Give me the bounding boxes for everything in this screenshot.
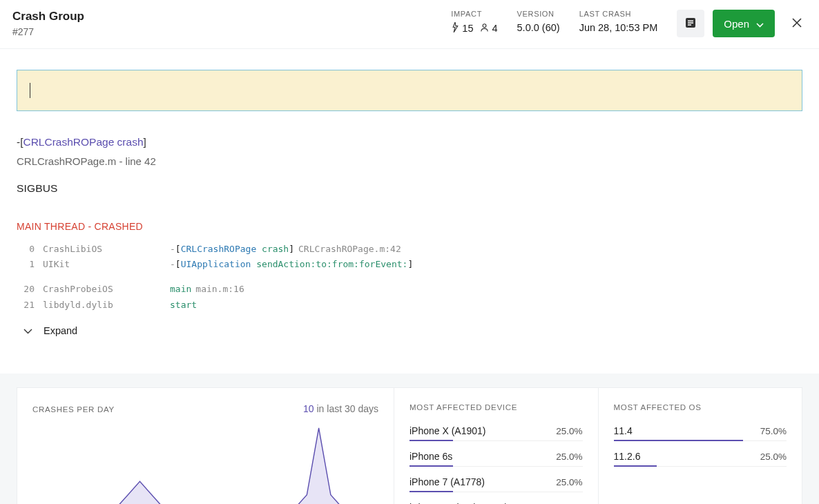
frame-index: 20 [17, 282, 35, 297]
close-button[interactable] [789, 15, 805, 32]
page-title: Crash Group [12, 10, 451, 23]
header-meta: IMPACT 15 4 VERSION 5.0.0 (60) [451, 10, 657, 35]
frame-symbol: -[CRLCrashROPage crash]CRLCrashROPage.m:… [170, 242, 802, 257]
bar-fill [614, 465, 657, 467]
most-affected-device-panel: MOST AFFECTED DEVICE iPhone X (A1901)25.… [394, 388, 598, 504]
chart-title: CRASHES PER DAY [32, 405, 115, 414]
stack-frame[interactable]: 0CrashLibiOS-[CRLCrashROPage crash]CRLCr… [17, 242, 802, 257]
bar-name: 11.2.6 [614, 451, 641, 462]
bar-row: 11.2.625.0% [614, 451, 787, 467]
crashes-sparkline [32, 418, 378, 504]
chevron-down-icon [23, 325, 32, 336]
crash-group-id: #277 [12, 26, 451, 37]
bar-fill [614, 440, 744, 441]
thread-title: MAIN THREAD - CRASHED [17, 221, 802, 232]
stats-section: CRASHES PER DAY 10 in last 30 days MOST … [0, 374, 819, 504]
stack-frame[interactable]: 1UIKit-[UIApplication sendAction:to:from… [17, 257, 802, 272]
meta-version: VERSION 5.0.0 (60) [517, 10, 560, 33]
meta-lastcrash: LAST CRASH Jun 28, 10:53 PM [579, 10, 658, 33]
impact-users-value: 4 [492, 23, 497, 34]
notes-icon [684, 17, 697, 31]
bar-pct: 25.0% [556, 477, 582, 487]
bar-pct: 25.0% [556, 426, 582, 436]
frame-symbol: mainmain.m:16 [170, 282, 802, 297]
status-open-label: Open [724, 18, 749, 30]
header-title-block: Crash Group #277 [12, 10, 451, 37]
meta-lastcrash-label: LAST CRASH [579, 10, 658, 18]
impact-users: 4 [480, 23, 497, 35]
impact-crashes-value: 15 [462, 23, 473, 34]
stats-card: CRASHES PER DAY 10 in last 30 days MOST … [17, 387, 802, 504]
meta-impact-value: 15 4 [451, 22, 497, 35]
meta-impact: IMPACT 15 4 [451, 10, 497, 35]
stack-frame[interactable]: 21libdyld.dylibstart [17, 298, 802, 313]
frame-index: 0 [17, 242, 35, 257]
stack-frame[interactable]: 20CrashProbeiOSmainmain.m:16 [17, 282, 802, 297]
bar-pct: 25.0% [760, 452, 787, 462]
frame-index: 1 [17, 257, 35, 272]
expand-label: Expand [44, 325, 77, 336]
expand-button[interactable]: Expand [17, 325, 77, 336]
header: Crash Group #277 IMPACT 15 4 [0, 0, 819, 49]
impact-crashes: 15 [451, 22, 473, 35]
os-list: 11.475.0%11.2.625.0% [614, 425, 787, 467]
chart-count: 10 in last 30 days [303, 403, 378, 414]
svg-point-0 [483, 23, 487, 27]
crashes-per-day-panel: CRASHES PER DAY 10 in last 30 days [17, 388, 394, 504]
user-icon [480, 23, 489, 35]
frame-symbol: start [170, 298, 802, 313]
meta-lastcrash-value: Jun 28, 10:53 PM [579, 22, 658, 33]
body: -[CRLCrashROPage crash] CRLCrashROPage.m… [0, 70, 819, 353]
bar-row: iPhone 8 Plus (A1864/A1898/A…25.0% [410, 502, 583, 504]
status-open-button[interactable]: Open [713, 10, 775, 37]
device-list: iPhone X (A1901)25.0%iPhone 6s25.0%iPhon… [410, 425, 583, 504]
chart-count-num: 10 [303, 403, 314, 414]
device-title: MOST AFFECTED DEVICE [410, 403, 583, 411]
bar-fill [410, 440, 453, 441]
bar-row: iPhone 7 (A1778)25.0% [410, 476, 583, 492]
flash-icon [451, 22, 459, 35]
bar-name: 11.4 [614, 425, 633, 436]
bar-name: iPhone 6s [410, 451, 452, 462]
crash-symbol: -[CRLCrashROPage crash] [17, 136, 802, 148]
frame-index: 21 [17, 298, 35, 313]
meta-version-label: VERSION [517, 10, 560, 18]
bar-name: iPhone 8 Plus (A1864/A1898/A… [410, 502, 541, 504]
frame-module: UIKit [35, 257, 170, 272]
frame-module: libdyld.dylib [35, 298, 170, 313]
stack-frames: 0CrashLibiOS-[CRLCrashROPage crash]CRLCr… [17, 242, 802, 312]
bar-name: iPhone 7 (A1778) [410, 476, 485, 487]
bar-fill [410, 465, 453, 467]
bar-pct: 25.0% [556, 452, 582, 462]
bar-fill [410, 491, 453, 492]
annotation-input[interactable] [17, 70, 802, 111]
crash-summary: -[CRLCrashROPage crash] CRLCrashROPage.m… [17, 136, 802, 195]
frame-module: CrashLibiOS [35, 242, 170, 257]
close-icon [791, 17, 803, 31]
most-affected-os-panel: MOST AFFECTED OS 11.475.0%11.2.625.0% [598, 388, 802, 504]
bar-name: iPhone X (A1901) [410, 425, 486, 436]
svg-rect-3 [688, 22, 693, 23]
svg-rect-4 [688, 24, 691, 26]
os-title: MOST AFFECTED OS [614, 403, 787, 411]
header-actions: Open [677, 10, 805, 37]
crash-signal: SIGBUS [17, 182, 802, 195]
bar-row: iPhone 6s25.0% [410, 451, 583, 467]
chart-count-rest: in last 30 days [314, 403, 378, 414]
crash-method: crash [117, 136, 144, 148]
bar-pct: 75.0% [760, 426, 787, 436]
notes-button[interactable] [677, 10, 704, 37]
crash-file-line: CRLCrashROPage.m - line 42 [17, 155, 802, 167]
frame-module: CrashProbeiOS [35, 282, 170, 297]
meta-impact-label: IMPACT [451, 10, 497, 18]
text-caret-icon [30, 83, 30, 98]
bar-row: iPhone X (A1901)25.0% [410, 425, 583, 441]
svg-rect-2 [688, 20, 693, 21]
meta-version-value: 5.0.0 (60) [517, 22, 560, 33]
chevron-down-icon [756, 18, 764, 30]
frame-symbol: -[UIApplication sendAction:to:from:forEv… [170, 257, 802, 272]
crash-class: CRLCrashROPage [23, 136, 114, 148]
bar-row: 11.475.0% [614, 425, 787, 441]
